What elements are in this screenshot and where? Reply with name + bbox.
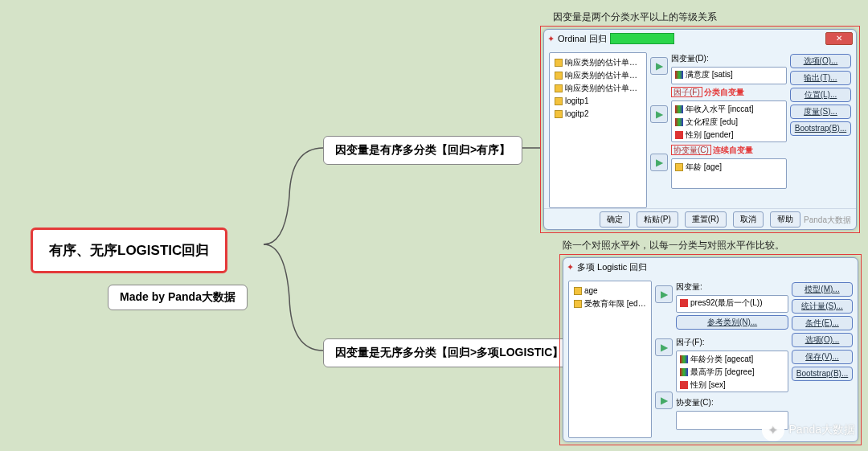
options-button[interactable]: 选项(O)... [792,333,853,347]
scale-icon [555,59,563,67]
scale-icon [555,110,563,118]
move-dep-button[interactable]: ▶ [650,57,668,75]
ref-category-button[interactable]: 参考类别(N)... [676,315,788,330]
output-button[interactable]: 输出(T)... [790,71,851,85]
dialog-ordinal: ✦ Ordinal 回归 ✕ 响应类别的估计单元... 响应类别的估计单元...… [543,29,857,230]
dialog-ordinal-title: Ordinal 回归 [558,33,607,45]
author-node: Made by Panda大数据 [108,285,248,310]
branch-ordinal-label: 因变量是有序多分类【回归>有序】 [335,143,510,156]
dialog-ordinal-titlebar: ✦ Ordinal 回归 ✕ [544,30,856,47]
factor-label: 因子(F): [676,337,788,348]
dep-value: 满意度 [satis] [686,70,733,79]
watermark-text: Panda大数据 [789,423,855,437]
location-button[interactable]: 位置(L)... [790,88,851,102]
dep-value: pres92(最后一个(L)) [690,298,762,307]
nominal-icon [675,131,683,139]
scale-icon [574,287,582,295]
branch-multinomial[interactable]: 因变量是无序多分类【回归>多项LOGISTIC】 [323,338,575,367]
list-item[interactable]: logitp2 [565,109,588,118]
dialog-multinomial-title: 多项 Logistic 回归 [577,261,647,273]
factor-label: 因子(F) [671,87,702,97]
cov-list[interactable]: 年龄 [age] [671,158,787,189]
dep-field[interactable]: 满意度 [satis] [671,67,787,84]
list-item[interactable]: 年龄 [age] [686,162,722,171]
nominal-icon [680,381,688,389]
ordinal-icon [675,71,683,79]
scale-icon [675,163,683,171]
save-button[interactable]: 保存(V)... [792,350,853,364]
list-item[interactable]: 性别 [sex] [690,380,726,389]
ordinal-icon [680,355,688,363]
scale-icon [555,84,563,92]
cov-label: 协变量(C) [671,145,711,155]
move-dep-button[interactable]: ▶ [655,285,673,303]
model-button[interactable]: 模型(M)... [792,282,853,297]
bootstrap-button[interactable]: Bootstrap(B)... [792,367,853,381]
title-green-bar [610,33,674,44]
dialog1-credit: Panda大数据 [804,215,851,226]
paste-button[interactable]: 粘贴(P) [637,211,678,228]
factor-note: 分类自变量 [704,88,744,96]
move-factor-button[interactable]: ▶ [650,105,668,123]
criteria-button[interactable]: 条件(E)... [792,316,853,330]
scale-button[interactable]: 度量(S)... [790,105,851,119]
bootstrap-button[interactable]: Bootstrap(B)... [790,121,851,136]
reset-button[interactable]: 重置(R) [685,211,727,228]
move-cov-button[interactable]: ▶ [655,392,673,409]
cov-label: 协变量(C): [676,397,788,408]
ok-button[interactable]: 确定 [600,211,630,228]
move-factor-button[interactable]: ▶ [655,338,673,356]
ordinal-icon [675,105,683,113]
list-item[interactable]: 年收入水平 [inccat] [686,105,753,113]
ordinal-icon [675,118,683,126]
scale-icon [555,72,563,80]
list-item[interactable]: 最高学历 [degree] [690,367,754,376]
dialog-multinomial: ✦ 多项 Logistic 回归 age 受教育年限 [educ] ▶ ▶ ▶ … [563,257,858,442]
annotation-ordinal: 因变量是两个分类水平以上的等级关系 [553,10,717,24]
list-item[interactable]: 年龄分类 [agecat] [690,355,753,363]
ordinal-icon [680,368,688,376]
window-icon: ✦ [567,262,574,273]
root-node[interactable]: 有序、无序LOGISTIC回归 [31,228,227,273]
dep-label: 因变量(D): [671,53,787,64]
dialog2-varlist[interactable]: age 受教育年限 [educ] [568,281,652,438]
list-item[interactable]: 响应类别的估计单元... [565,84,641,92]
dialog1-varlist[interactable]: 响应类别的估计单元... 响应类别的估计单元... 响应类别的估计单元... l… [549,52,647,208]
cancel-button[interactable]: 取消 [733,211,764,228]
list-item[interactable]: 文化程度 [edu] [686,117,738,126]
list-item[interactable]: logitp1 [565,96,588,105]
watermark: Panda大数据 [762,419,855,441]
watermark-icon [762,419,784,441]
dep-label: 因变量: [676,281,788,293]
move-cov-button[interactable]: ▶ [650,154,668,171]
list-item[interactable]: 响应类别的估计单元... [565,58,641,67]
dep-field[interactable]: pres92(最后一个(L)) [676,295,788,313]
scale-icon [555,97,563,105]
root-label: 有序、无序LOGISTIC回归 [49,243,209,258]
branch-multinomial-label: 因变量是无序多分类【回归>多项LOGISTIC】 [335,346,563,359]
factor-list[interactable]: 年龄分类 [agecat] 最高学历 [degree] 性别 [sex] [676,351,788,392]
close-icon[interactable]: ✕ [825,32,853,45]
help-button[interactable]: 帮助 [770,211,800,228]
factor-list[interactable]: 年收入水平 [inccat] 文化程度 [edu] 性别 [gender] [671,100,787,142]
annotation-multinomial: 除一个对照水平外，以每一分类与对照水平作比较。 [563,239,784,252]
stats-button[interactable]: 统计量(S)... [792,299,853,314]
dialog-multinomial-titlebar: ✦ 多项 Logistic 回归 [563,258,858,276]
nominal-icon [680,299,688,307]
list-item[interactable]: 响应类别的估计单元... [565,71,641,80]
list-item[interactable]: age [584,286,598,295]
list-item[interactable]: 受教育年限 [educ] [584,299,646,308]
list-item[interactable]: 性别 [gender] [686,130,733,139]
scale-icon [574,300,582,308]
author-label: Made by Panda大数据 [120,290,235,303]
options-button[interactable]: 选项(O)... [790,54,851,68]
window-icon: ✦ [547,34,555,44]
branch-ordinal[interactable]: 因变量是有序多分类【回归>有序】 [323,136,522,165]
cov-note: 连续自变量 [713,146,753,154]
